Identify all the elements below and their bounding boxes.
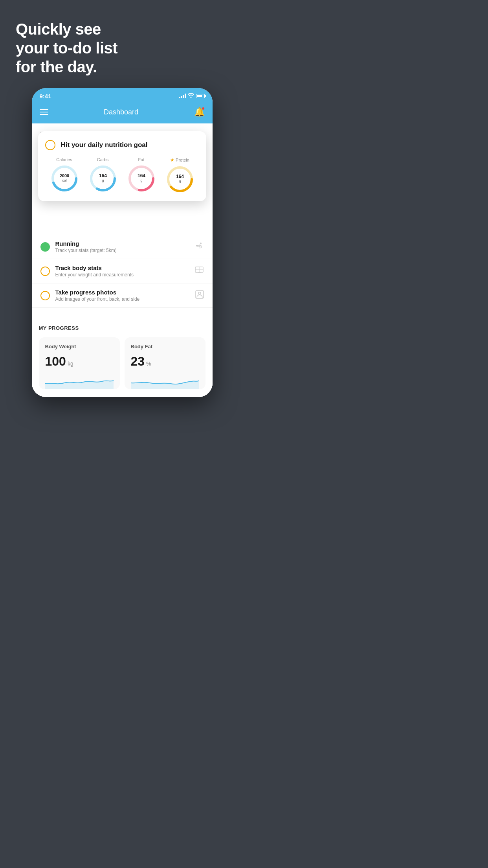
todo-item-photos[interactable]: Take progress photos Add images of your … bbox=[32, 283, 213, 308]
star-icon: ★ bbox=[170, 157, 174, 163]
carbs-ring-item: Carbs 164 g bbox=[89, 157, 117, 193]
todo-radio-nutrition[interactable] bbox=[45, 140, 55, 150]
hero-title: Quickly see your to-do list for the day. bbox=[16, 20, 228, 76]
main-content: THINGS TO DO TODAY Hit your daily nutrit… bbox=[32, 123, 213, 397]
protein-label: ★ Protein bbox=[170, 157, 189, 163]
todo-sub-photos: Add images of your front, back, and side bbox=[55, 296, 190, 302]
body-weight-card: Body Weight 100 kg bbox=[39, 337, 120, 389]
todo-sub-running: Track your stats (target: 5km) bbox=[55, 248, 189, 253]
body-fat-card: Body Fat 23 % bbox=[125, 337, 205, 389]
protein-ring-item: ★ Protein 164 g bbox=[166, 157, 194, 193]
svg-point-21 bbox=[198, 292, 201, 294]
body-weight-value-row: 100 kg bbox=[45, 354, 114, 369]
hero-section: Quickly see your to-do list for the day. bbox=[0, 0, 244, 88]
calories-label: Calories bbox=[56, 157, 72, 162]
running-icon bbox=[194, 242, 204, 252]
progress-cards: Body Weight 100 kg B bbox=[39, 337, 205, 389]
notification-badge bbox=[202, 107, 205, 110]
body-weight-value: 100 bbox=[45, 354, 66, 369]
svg-rect-19 bbox=[198, 272, 201, 273]
todo-item-body-stats[interactable]: Track body stats Enter your weight and m… bbox=[32, 259, 213, 283]
scale-icon bbox=[194, 266, 204, 276]
todo-name-running: Running bbox=[55, 240, 189, 247]
menu-button[interactable] bbox=[40, 109, 48, 115]
body-weight-unit: kg bbox=[68, 360, 73, 367]
card-header: Hit your daily nutrition goal bbox=[45, 140, 199, 150]
body-weight-sparkline bbox=[45, 375, 114, 389]
body-weight-title: Body Weight bbox=[45, 344, 114, 349]
phone-mockup: 9:41 bbox=[0, 88, 244, 413]
body-fat-unit: % bbox=[146, 360, 151, 367]
svg-text:g: g bbox=[102, 178, 104, 182]
todo-item-running[interactable]: Running Track your stats (target: 5km) bbox=[32, 235, 213, 259]
todo-text-body-stats: Track body stats Enter your weight and m… bbox=[55, 265, 189, 278]
body-fat-value-row: 23 % bbox=[131, 354, 199, 369]
todo-check-photos bbox=[40, 291, 50, 300]
todo-sub-body-stats: Enter your weight and measurements bbox=[55, 272, 189, 278]
svg-text:164: 164 bbox=[99, 173, 106, 178]
carbs-label: Carbs bbox=[97, 157, 108, 162]
todo-name-body-stats: Track body stats bbox=[55, 265, 189, 271]
todo-name-photos: Take progress photos bbox=[55, 289, 190, 296]
status-bar: 9:41 bbox=[32, 88, 213, 102]
wifi-icon bbox=[188, 93, 194, 99]
phone-frame: 9:41 bbox=[32, 88, 213, 397]
svg-text:g: g bbox=[179, 179, 181, 183]
calories-ring: 2000 cal bbox=[50, 164, 79, 193]
fat-ring: 164 g bbox=[127, 164, 156, 193]
svg-text:164: 164 bbox=[137, 173, 145, 178]
status-icons bbox=[179, 93, 205, 99]
progress-section: MY PROGRESS Body Weight 100 kg bbox=[32, 316, 213, 397]
calories-ring-item: Calories 2000 cal bbox=[50, 157, 79, 193]
protein-ring: 164 g bbox=[166, 165, 194, 193]
body-fat-value: 23 bbox=[131, 354, 145, 369]
svg-text:g: g bbox=[140, 178, 142, 182]
notification-button[interactable]: 🔔 bbox=[194, 107, 205, 117]
svg-text:164: 164 bbox=[176, 174, 183, 179]
todo-check-body-stats bbox=[40, 267, 50, 276]
svg-text:cal: cal bbox=[62, 178, 67, 182]
app-header: Dashboard 🔔 bbox=[32, 102, 213, 123]
header-title: Dashboard bbox=[104, 108, 138, 116]
body-fat-title: Body Fat bbox=[131, 344, 199, 349]
nutrition-card: Hit your daily nutrition goal Calories 2… bbox=[38, 131, 206, 201]
nutrition-card-title: Hit your daily nutrition goal bbox=[61, 141, 148, 149]
todo-check-running bbox=[40, 242, 50, 252]
progress-heading: MY PROGRESS bbox=[39, 325, 205, 331]
svg-text:2000: 2000 bbox=[59, 173, 69, 178]
fat-label: Fat bbox=[138, 157, 145, 162]
nutrition-rings-row: Calories 2000 cal Carbs bbox=[45, 157, 199, 193]
todo-text-photos: Take progress photos Add images of your … bbox=[55, 289, 190, 302]
todo-text-running: Running Track your stats (target: 5km) bbox=[55, 240, 189, 253]
status-time: 9:41 bbox=[40, 93, 51, 99]
battery-icon bbox=[196, 94, 205, 98]
body-fat-sparkline bbox=[131, 375, 199, 389]
fat-ring-item: Fat 164 g bbox=[127, 157, 156, 193]
carbs-ring: 164 g bbox=[89, 164, 117, 193]
signal-icon bbox=[179, 94, 186, 98]
person-icon bbox=[195, 290, 204, 301]
